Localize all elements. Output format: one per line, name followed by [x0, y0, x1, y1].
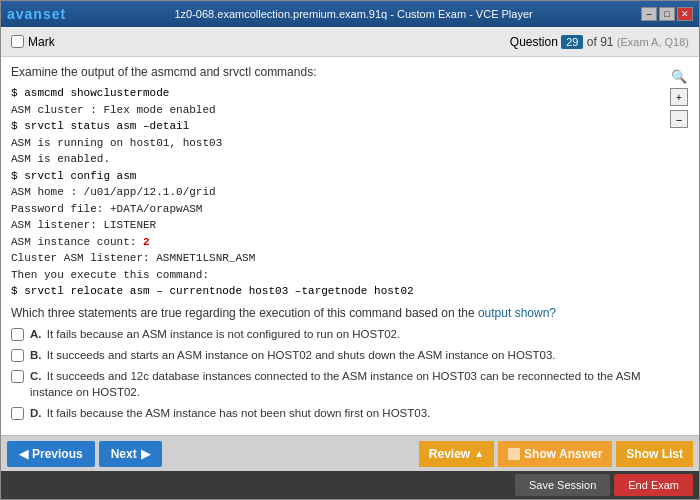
code-line-7: ASM home : /u01/app/12.1.0/grid	[11, 184, 665, 201]
intro-text: Examine the output of the asmcmd and srv…	[11, 65, 665, 79]
code-line-13: $ srvctl relocate asm – currentnode host…	[11, 283, 665, 300]
main-window: avanset 1z0-068.examcollection.premium.e…	[0, 0, 700, 500]
header-bar: Mark Question 29 of 91 (Exam A, Q18)	[1, 27, 699, 57]
show-answer-button[interactable]: Show Answer	[498, 441, 612, 467]
logo-part2: set	[43, 6, 66, 22]
window-controls: – □ ✕	[641, 7, 693, 21]
next-button[interactable]: Next ▶	[99, 441, 162, 467]
previous-button[interactable]: ◀ Previous	[7, 441, 95, 467]
code-block: $ asmcmd showclustermode ASM cluster : F…	[11, 85, 665, 300]
exam-info: (Exam A, Q18)	[617, 36, 689, 48]
option-d: D. It fails because the ASM instance has…	[11, 405, 665, 421]
option-d-checkbox[interactable]	[11, 407, 24, 420]
option-a: A. It fails because an ASM instance is n…	[11, 326, 665, 342]
zoom-in-button[interactable]: +	[670, 88, 688, 106]
content-area: Examine the output of the asmcmd and srv…	[1, 57, 699, 435]
question-text: Which three statements are true regardin…	[11, 306, 665, 320]
option-a-checkbox[interactable]	[11, 328, 24, 341]
code-line-9: ASM listener: LISTENER	[11, 217, 665, 234]
options-list: A. It fails because an ASM instance is n…	[11, 326, 665, 428]
question-body: Examine the output of the asmcmd and srv…	[11, 65, 665, 427]
zoom-out-button[interactable]: –	[670, 110, 688, 128]
minimize-button[interactable]: –	[641, 7, 657, 21]
option-e: E. It succeeds and starts an ASM instanc…	[11, 426, 665, 427]
code-line-1: $ asmcmd showclustermode	[11, 85, 665, 102]
side-tools: 🔍 + –	[669, 65, 689, 427]
maximize-button[interactable]: □	[659, 7, 675, 21]
code-line-5: ASM is enabled.	[11, 151, 665, 168]
code-line-11: Cluster ASM listener: ASMNET1LSNR_ASM	[11, 250, 665, 267]
question-label: Question	[510, 35, 558, 49]
logo: avanset	[7, 6, 66, 22]
show-list-button[interactable]: Show List	[616, 441, 693, 467]
option-c-checkbox[interactable]	[11, 370, 24, 383]
mark-label[interactable]: Mark	[11, 35, 55, 49]
code-line-2: ASM cluster : Flex mode enabled	[11, 102, 665, 119]
option-b: B. It succeeds and starts an ASM instanc…	[11, 347, 665, 363]
question-info: Question 29 of 91 (Exam A, Q18)	[510, 35, 689, 49]
review-arrow-icon: ▲	[474, 448, 484, 459]
window-title: 1z0-068.examcollection.premium.exam.91q …	[66, 8, 641, 20]
title-bar-left: avanset	[7, 6, 66, 22]
search-icon[interactable]: 🔍	[671, 69, 687, 84]
save-session-button[interactable]: Save Session	[515, 474, 610, 496]
code-line-10: ASM instance count: 2	[11, 234, 665, 251]
bottom-toolbar: ◀ Previous Next ▶ Review ▲ Show Answer S…	[1, 435, 699, 471]
code-line-8: Password file: +DATA/orapwASM	[11, 201, 665, 218]
code-line-6: $ srvctl config asm	[11, 168, 665, 185]
option-c: C. It succeeds and 12c database instance…	[11, 368, 665, 400]
session-bar: Save Session End Exam	[1, 471, 699, 499]
close-button[interactable]: ✕	[677, 7, 693, 21]
review-button[interactable]: Review ▲	[419, 441, 494, 467]
question-highlight: output shown?	[478, 306, 556, 320]
question-total: of 91	[587, 35, 614, 49]
option-b-checkbox[interactable]	[11, 349, 24, 362]
code-line-12: Then you execute this command:	[11, 267, 665, 284]
mark-checkbox[interactable]	[11, 35, 24, 48]
mark-text: Mark	[28, 35, 55, 49]
code-line-3: $ srvctl status asm –detail	[11, 118, 665, 135]
question-number: 29	[561, 35, 583, 49]
logo-part1: avan	[7, 6, 43, 22]
show-answer-icon	[508, 448, 520, 460]
title-bar: avanset 1z0-068.examcollection.premium.e…	[1, 1, 699, 27]
code-line-4: ASM is running on host01, host03	[11, 135, 665, 152]
end-exam-button[interactable]: End Exam	[614, 474, 693, 496]
